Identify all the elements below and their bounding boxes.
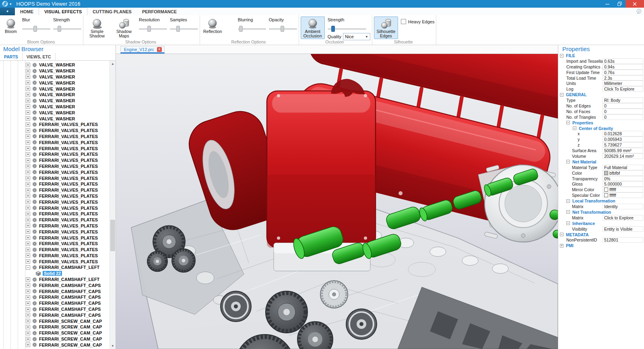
- slider-track[interactable]: [269, 26, 297, 32]
- slider-handle[interactable]: [58, 26, 61, 32]
- quick-access-dropdown-icon[interactable]: ▾: [10, 2, 12, 6]
- property-value[interactable]: Click to Explore: [603, 215, 643, 221]
- tree-expander-plus-icon[interactable]: +: [26, 146, 30, 151]
- tree-expander-plus-icon[interactable]: +: [26, 337, 30, 341]
- tree-item[interactable]: +FERRARI_CAMSHAFT_CAPS: [0, 282, 109, 288]
- slider-track[interactable]: [53, 26, 81, 32]
- tree-item[interactable]: +FERRARI_VALVES_PLATES: [0, 128, 109, 134]
- tree-expander-plus-icon[interactable]: +: [26, 307, 30, 312]
- tree-expander-plus-icon[interactable]: +: [26, 212, 30, 216]
- tree-expander-plus-icon[interactable]: +: [26, 176, 30, 180]
- tree-expander-plus-icon[interactable]: +: [26, 188, 30, 192]
- tree-item[interactable]: +FERRARI_SCREW_CAM_CAP: [0, 336, 109, 342]
- tree-expander-plus-icon[interactable]: +: [26, 331, 30, 335]
- tree-item[interactable]: +FERRARI_VALVES_PLATES: [0, 241, 109, 247]
- tree-item[interactable]: +FERRARI_CAMSHAFT_CAPS: [0, 300, 109, 306]
- tree-item[interactable]: +FERRARI_VALVES_PLATES: [0, 139, 109, 145]
- ribbon-button-bloom[interactable]: Bloom: [2, 17, 19, 35]
- tree-item[interactable]: +FERRARI_VALVES_PLATES: [0, 187, 109, 193]
- section-expander-minus-icon[interactable]: −: [566, 210, 570, 214]
- tree-item[interactable]: +FERRARI_VALVES_PLATES: [0, 211, 109, 217]
- app-logo-icon[interactable]: [2, 1, 8, 7]
- slider-track[interactable]: [170, 26, 198, 32]
- tree-item[interactable]: +FERRARI_CAMSHAFT_CAPS: [0, 312, 109, 318]
- tree-item[interactable]: +FERRARI_SCREW_CAM_CAP: [0, 324, 109, 330]
- tree-expander-plus-icon[interactable]: +: [26, 152, 30, 157]
- tree-item[interactable]: +FERRARI_VALVES_PLATES: [0, 151, 109, 157]
- tree-item[interactable]: +FERRARI_VALVES_PLATES: [0, 217, 109, 223]
- tab-home[interactable]: HOME: [15, 8, 39, 15]
- tree-expander-plus-icon[interactable]: +: [26, 242, 30, 246]
- tree-item[interactable]: +FERRARI_SCREW_CAM_CAP: [0, 318, 109, 324]
- tree-expander-plus-icon[interactable]: +: [26, 248, 30, 252]
- tree-item[interactable]: +FERRARI_VALVES_PLATES: [0, 193, 109, 199]
- section-expander-plus-icon[interactable]: +: [560, 244, 564, 248]
- help-info-icon[interactable]: i: [636, 8, 642, 14]
- ribbon-button-silhouette-edges[interactable]: Silhouette Edges: [374, 17, 398, 39]
- tree-expander-plus-icon[interactable]: +: [26, 99, 30, 103]
- tree-item[interactable]: +FERRARI_CAMSHAFT_CAPS: [0, 306, 109, 312]
- tree-expander-plus-icon[interactable]: +: [26, 313, 30, 317]
- tree-expander-plus-icon[interactable]: +: [26, 194, 30, 198]
- tree-item[interactable]: +VALVE_WASHER: [0, 68, 109, 74]
- tab-visual-effects[interactable]: VISUAL EFFECTS: [39, 8, 87, 15]
- slider-track[interactable]: [22, 26, 50, 32]
- tree-item[interactable]: +FERRARI_CAMSHAFT_CAPS: [0, 288, 109, 294]
- tree-expander-plus-icon[interactable]: +: [26, 158, 30, 163]
- tree-item[interactable]: +VALVE_WASHER: [0, 80, 109, 86]
- tree-expander-plus-icon[interactable]: +: [26, 200, 30, 204]
- slider-handle[interactable]: [281, 26, 284, 32]
- tree-expander-plus-icon[interactable]: +: [26, 259, 30, 264]
- tree-item[interactable]: +VALVE_WASHER: [0, 74, 109, 80]
- ribbon-button-shadow-maps[interactable]: Shadow Maps: [112, 17, 136, 39]
- tree-expander-plus-icon[interactable]: +: [26, 283, 30, 287]
- tree-expander-plus-icon[interactable]: +: [26, 63, 30, 67]
- slider-handle[interactable]: [147, 26, 151, 32]
- tree-item[interactable]: +VALVE_WASHER: [0, 86, 109, 92]
- tree-item[interactable]: +FERRARI_VALVES_PLATES: [0, 247, 109, 253]
- tree-item[interactable]: +FERRARI_SCREW_CAM_CAP: [0, 330, 109, 336]
- viewport-3d[interactable]: [116, 54, 558, 349]
- tree-item[interactable]: +FERRARI_VALVES_PLATES: [0, 205, 109, 211]
- tree-expander-plus-icon[interactable]: +: [26, 140, 30, 145]
- slider-handle[interactable]: [176, 26, 180, 32]
- section-expander-minus-icon[interactable]: −: [566, 199, 570, 203]
- section-expander-minus-icon[interactable]: −: [573, 126, 576, 130]
- tree-expander-plus-icon[interactable]: +: [26, 116, 30, 121]
- tree-item[interactable]: +FERRARI_VALVES_PLATES: [0, 253, 109, 259]
- tree-expander-plus-icon[interactable]: +: [26, 128, 30, 133]
- section-expander-minus-icon[interactable]: −: [566, 121, 570, 124]
- restore-button[interactable]: [613, 0, 625, 8]
- slider-track[interactable]: [328, 26, 366, 32]
- tree-expander-minus-icon[interactable]: −: [26, 265, 30, 270]
- app-menu-button[interactable]: ▼: [0, 8, 15, 15]
- tab-close-icon[interactable]: ✕: [157, 47, 162, 52]
- tree-expander-plus-icon[interactable]: +: [26, 277, 30, 282]
- minimize-button[interactable]: [601, 0, 613, 8]
- tree-item[interactable]: +VALVE_WASHER: [0, 98, 109, 104]
- tree-item[interactable]: +FERRARI_VALVES_PLATES: [0, 181, 109, 187]
- scrollbar-thumb[interactable]: [110, 220, 115, 251]
- tree-expander-plus-icon[interactable]: +: [26, 182, 30, 186]
- section-expander-minus-icon[interactable]: −: [560, 54, 564, 58]
- slider-handle[interactable]: [33, 26, 37, 32]
- tree-item[interactable]: +FERRARI_SCREW_CAM_CAP: [0, 342, 109, 348]
- section-expander-minus-icon[interactable]: −: [560, 233, 564, 236]
- section-expander-minus-icon[interactable]: −: [566, 221, 570, 225]
- section-expander-minus-icon[interactable]: −: [560, 93, 564, 97]
- tree-expander-plus-icon[interactable]: +: [26, 343, 30, 347]
- tree-item[interactable]: +VALVE_WASHER: [0, 109, 109, 116]
- tree-item[interactable]: +FERRARI_VALVES_PLATES: [0, 134, 109, 140]
- tab-cutting-planes[interactable]: CUTTING PLANES: [87, 8, 137, 15]
- slider-track[interactable]: [139, 26, 167, 32]
- property-value[interactable]: Click To Explore: [603, 86, 643, 92]
- tree-item[interactable]: +FERRARI_VALVES_PLATES: [0, 229, 109, 235]
- tab-performance[interactable]: PERFORMANCE: [137, 8, 182, 15]
- tree-expander-plus-icon[interactable]: +: [26, 74, 30, 79]
- slider-handle[interactable]: [331, 26, 335, 32]
- browser-tab-views-etc[interactable]: VIEWS, ETC: [23, 53, 56, 60]
- tree-item[interactable]: +FERRARI_CAMSHAFT_CAPS: [0, 294, 109, 300]
- tree-item[interactable]: +FERRARI_VALVES_PLATES: [0, 169, 109, 175]
- tree-expander-plus-icon[interactable]: +: [26, 235, 30, 240]
- tree-item[interactable]: +VALVE_WASHER: [0, 92, 109, 98]
